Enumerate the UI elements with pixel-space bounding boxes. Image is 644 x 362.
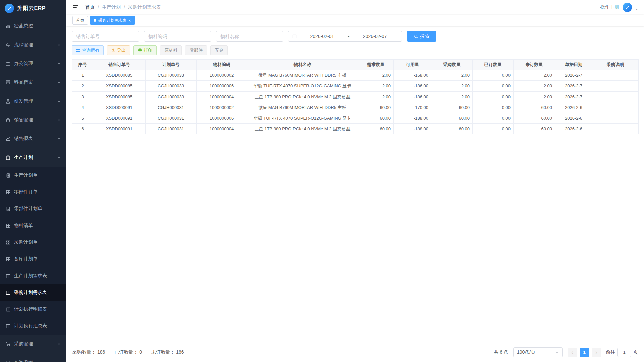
sidebar-subitem-production-plan-order[interactable]: 生产计划单 <box>0 167 66 184</box>
sidebar-item-sales-mgmt[interactable]: 销售管理 <box>0 111 66 129</box>
sidebar-subitem-purchase-plan-demand[interactable]: 采购计划需求表 <box>0 284 66 301</box>
cell-doc_date: 2026-2-6 <box>555 113 592 124</box>
sidebar-item-material-archive[interactable]: 料品档案 <box>0 73 66 92</box>
sidebar-subitem-production-plan-demand[interactable]: 生产计划需求表 <box>0 267 66 284</box>
sidebar-item-label: 生产计划 <box>14 155 33 161</box>
sidebar-subitem-label: 采购计划单 <box>14 239 38 245</box>
cell-demand_qty: 2.00 <box>358 81 394 92</box>
bag-icon <box>5 117 11 123</box>
total-count: 共 6 条 <box>494 349 508 355</box>
table-row[interactable]: 2XSDD000085CGJH0000331000000006华硕 TUF-RT… <box>72 81 639 92</box>
sidebar-subitem-parts-order[interactable]: 零部件订单 <box>0 184 66 200</box>
sidebar-subitem-label: 计划执行汇总表 <box>14 323 47 329</box>
sidebar-subitem-purchase-plan-order[interactable]: 采购计划单 <box>0 234 66 251</box>
cell-purchase_qty: 60.00 <box>431 113 473 124</box>
document-icon <box>5 206 11 212</box>
table-header-row: 序号 销售订单号 计划单号 物料编码 物料名称 需求数量 可用量 采购数量 已订… <box>72 60 639 70</box>
sidebar-subitem-plan-exec-detail[interactable]: 计划执行明细表 <box>0 301 66 318</box>
cell-material_name: 微星 MAG B760M MORTAR WIFI DDR5 主板 <box>247 102 358 113</box>
cell-ordered_qty: 0.00 <box>473 70 514 81</box>
prev-page-button[interactable]: ‹ <box>568 348 577 357</box>
sidebar-item-sales-report[interactable]: 销售报表 <box>0 129 66 148</box>
sidebar-subitem-stock-plan-order[interactable]: 备库计划单 <box>0 251 66 267</box>
chevron-down-icon <box>555 350 559 354</box>
cell-available_qty: -188.00 <box>394 124 431 134</box>
sidebar-item-process-mgmt[interactable]: 流程管理 <box>0 36 66 54</box>
action-toolbar: 查询所有 导出 打印 原材料 零部件 五金 <box>72 45 639 55</box>
table-row[interactable]: 5XSDD000091CGJH0000311000000006华硕 TUF-RT… <box>72 113 639 124</box>
table-row[interactable]: 3XSDD000085CGJH0000331000000004三星 1TB 98… <box>72 92 639 102</box>
sidebar-subitem-label: 计划执行明细表 <box>14 306 47 312</box>
page-size-select[interactable]: 100条/页 <box>513 347 563 357</box>
hamburger-icon[interactable] <box>72 4 79 11</box>
sidebar-item-label: 销售管理 <box>14 117 33 123</box>
page-1-button[interactable]: 1 <box>580 348 589 357</box>
chart-line-icon <box>5 136 11 141</box>
sidebar-item-purchase-mgmt[interactable]: 采购管理 <box>0 335 66 353</box>
sidebar-item-rd-mgmt[interactable]: 研发管理 <box>0 92 66 111</box>
goto-page: 前往 页 <box>606 348 638 357</box>
grid-icon <box>5 256 11 262</box>
sidebar-item-workshop-settings[interactable]: 车间设置 <box>0 353 66 362</box>
sidebar-menu: 经营总控 流程管理 办公管理 料品档案 研发管理 销售管理 <box>0 17 66 362</box>
cell-purchase_qty: 2.00 <box>431 81 473 92</box>
sidebar-item-label: 车间设置 <box>14 360 33 362</box>
sidebar-subitem-parts-plan-order[interactable]: 零部件计划单 <box>0 200 66 217</box>
search-button-label: 搜索 <box>420 33 430 39</box>
sidebar-subitem-label: 备库计划单 <box>14 256 38 262</box>
goto-page-input[interactable] <box>617 348 631 357</box>
cell-doc_date: 2026-2-7 <box>555 70 592 81</box>
stat-value: 186 <box>176 349 184 355</box>
tab-purchase-plan-demand[interactable]: 采购计划需求表 × <box>90 16 135 25</box>
avatar[interactable] <box>623 3 632 12</box>
cell-doc_date: 2026-2-6 <box>555 124 592 134</box>
cell-material_code: 1000000004 <box>197 92 247 102</box>
tab-home[interactable]: 首页 <box>72 16 88 25</box>
manual-link[interactable]: 操作手册 <box>600 4 619 10</box>
table-body: 1XSDD000085CGJH0000331000000002微星 MAG B7… <box>72 70 639 134</box>
raw-material-button[interactable]: 原材料 <box>160 45 182 55</box>
tab-bar: 首页 采购计划需求表 × <box>66 15 644 26</box>
table-row[interactable]: 1XSDD000085CGJH0000331000000002微星 MAG B7… <box>72 70 639 81</box>
next-page-button[interactable]: › <box>592 348 601 357</box>
hardware-button[interactable]: 五金 <box>210 45 228 55</box>
cell-order_no: XSDD000085 <box>93 92 146 102</box>
table-row[interactable]: 6XSDD000091CGJH0000311000000004三星 1TB 98… <box>72 124 639 134</box>
parts-button[interactable]: 零部件 <box>185 45 207 55</box>
sidebar-item-office-mgmt[interactable]: 办公管理 <box>0 54 66 73</box>
sidebar-subitem-label: 生产计划需求表 <box>14 273 47 279</box>
footer-bar: 采购数量： 186 已订数量： 0 未订数量： 186 共 6 条 100条/页… <box>66 342 644 362</box>
sidebar-subitem-bom-list[interactable]: 物料清单 <box>0 217 66 234</box>
sidebar-item-production-plan[interactable]: 生产计划 <box>0 148 66 167</box>
material-code-input[interactable] <box>144 31 211 42</box>
print-label: 打印 <box>144 47 152 53</box>
search-button[interactable]: 搜索 <box>407 31 436 42</box>
cell-material_code: 1000000002 <box>197 102 247 113</box>
export-button[interactable]: 导出 <box>107 45 130 55</box>
cell-ordered_qty: 0.00 <box>473 92 514 102</box>
sidebar-item-label: 采购管理 <box>14 341 33 347</box>
date-range-picker[interactable]: 2026-02-01 - 2026-02-07 <box>288 31 402 42</box>
cell-seq: 2 <box>72 81 93 92</box>
sidebar-subitem-plan-exec-summary[interactable]: 计划执行汇总表 <box>0 318 66 335</box>
table-row[interactable]: 4XSDD000091CGJH0000311000000002微星 MAG B7… <box>72 102 639 113</box>
sidebar-item-business-control[interactable]: 经营总控 <box>0 17 66 36</box>
close-icon[interactable]: × <box>128 18 131 23</box>
printer-icon <box>138 48 142 52</box>
print-button[interactable]: 打印 <box>133 45 157 55</box>
breadcrumb-item-home[interactable]: 首页 <box>85 4 95 10</box>
caret-down-icon[interactable] <box>635 9 638 10</box>
goto-suffix-label: 页 <box>633 349 638 355</box>
chevron-down-icon <box>57 99 61 103</box>
cell-demand_qty: 2.00 <box>358 70 394 81</box>
topbar: 首页 / 生产计划 / 采购计划需求表 操作手册 <box>66 0 644 15</box>
cell-purchase_qty: 60.00 <box>431 102 473 113</box>
active-tab-dot <box>94 19 96 22</box>
breadcrumb-item-production-plan[interactable]: 生产计划 <box>102 4 121 10</box>
sidebar-item-label: 办公管理 <box>14 61 33 67</box>
material-name-input[interactable] <box>216 31 283 42</box>
query-all-button[interactable]: 查询所有 <box>72 45 104 55</box>
sales-order-input[interactable] <box>72 31 139 42</box>
col-ordered-qty: 已订数量 <box>473 60 514 70</box>
grid-icon <box>5 223 11 228</box>
